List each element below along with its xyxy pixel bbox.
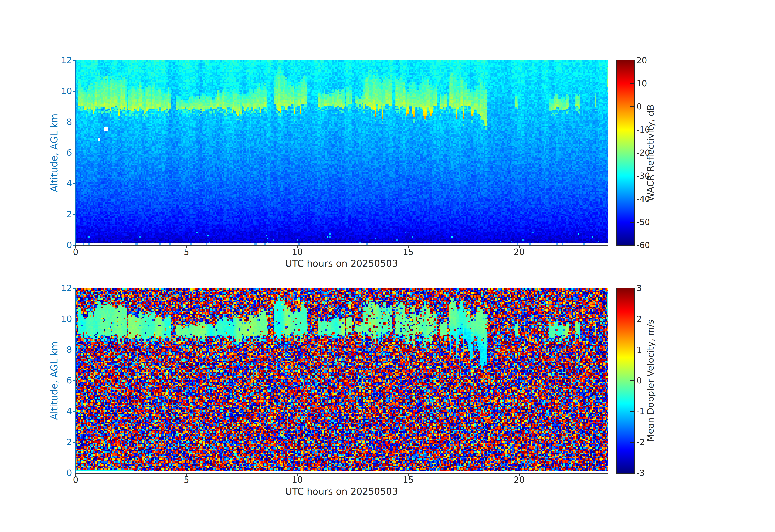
- x-tick-label: 20: [501, 246, 537, 258]
- x-tick-label: 5: [168, 246, 205, 258]
- y-tick-label: 0: [46, 467, 72, 479]
- colorbar-tick-label: 3: [637, 283, 669, 294]
- y-tick-label: 10: [46, 313, 72, 325]
- velocity-heatmap: [76, 288, 608, 473]
- y-tick-label: 12: [46, 283, 72, 294]
- y-tick-mark: [73, 288, 75, 289]
- colorbar-tick-label: 10: [637, 78, 669, 89]
- x-tick-label: 5: [168, 474, 205, 486]
- colorbar-tick-label: 20: [637, 55, 669, 66]
- colorbar-tick-mark: [630, 176, 634, 176]
- reflectivity-heatmap: [76, 60, 608, 245]
- y-tick-mark: [73, 473, 75, 473]
- reflectivity-colorbar-label: WACR Reflectivity, dB: [645, 104, 656, 201]
- y-tick-mark: [73, 91, 75, 92]
- colorbar-tick-mark: [630, 442, 634, 443]
- x-tick-label: 10: [279, 474, 316, 486]
- velocity-colorbar-label: Mean Doppler Velocity, m/s: [645, 320, 656, 442]
- colorbar-tick-label: -3: [637, 467, 669, 479]
- y-tick-mark: [73, 122, 75, 122]
- x-tick-label: 20: [501, 474, 537, 486]
- y-tick-label: 12: [46, 55, 72, 66]
- colorbar-tick-mark: [630, 199, 634, 199]
- y-tick-label: 10: [46, 85, 72, 97]
- panel1-x-axis-line: [75, 245, 609, 246]
- y-tick-mark: [73, 319, 75, 320]
- y-tick-mark: [73, 411, 75, 412]
- x-tick-label: 10: [279, 246, 316, 258]
- y-tick-mark: [73, 350, 75, 350]
- panel2-y-axis-label: Altitude, AGL km: [49, 341, 60, 420]
- y-tick-mark: [73, 60, 75, 61]
- panel1-y-axis-label: Altitude, AGL km: [49, 113, 60, 192]
- x-tick-label: 15: [390, 246, 427, 258]
- y-tick-mark: [73, 245, 75, 245]
- x-tick-label: 15: [390, 474, 427, 486]
- y-tick-mark: [73, 381, 75, 381]
- y-tick-label: 2: [46, 209, 72, 220]
- colorbar-tick-label: -50: [637, 216, 669, 228]
- colorbar-tick-mark: [630, 319, 634, 320]
- colorbar-tick-mark: [630, 83, 634, 84]
- y-tick-label: 2: [46, 437, 72, 448]
- y-tick-mark: [73, 183, 75, 184]
- panel2-x-axis-line: [75, 473, 609, 474]
- colorbar-tick-label: -60: [637, 239, 669, 251]
- colorbar-tick-mark: [630, 153, 634, 153]
- y-tick-mark: [73, 153, 75, 153]
- panel2-x-axis-label: UTC hours on 20250503: [285, 486, 398, 497]
- y-tick-mark: [73, 214, 75, 215]
- colorbar-tick-mark: [630, 222, 634, 222]
- colorbar-tick-mark: [630, 411, 634, 412]
- y-tick-mark: [73, 442, 75, 443]
- colorbar-tick-mark: [630, 106, 634, 107]
- colorbar-tick-mark: [630, 129, 634, 130]
- colorbar-tick-mark: [630, 381, 634, 381]
- colorbar-tick-mark: [630, 350, 634, 350]
- y-tick-label: 0: [46, 239, 72, 251]
- panel1-x-axis-label: UTC hours on 20250503: [285, 258, 398, 269]
